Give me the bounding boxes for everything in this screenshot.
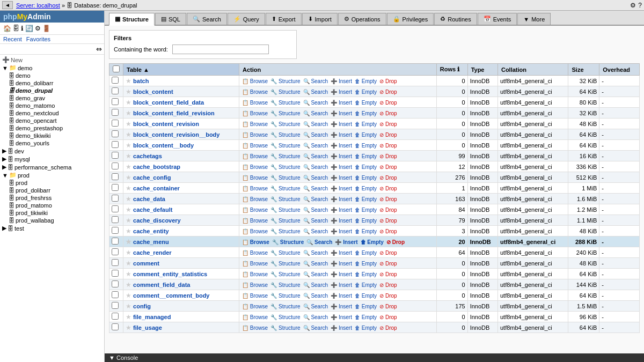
drop-link[interactable]: ⊘ Drop [379, 153, 397, 159]
empty-link[interactable]: 🗑 Empty [355, 153, 377, 159]
row-checkbox[interactable] [112, 184, 119, 191]
database-icon[interactable]: 🗄 [13, 25, 19, 32]
sidebar-item-demo-opencart[interactable]: 🗄 demo_opencart [6, 117, 104, 124]
insert-link[interactable]: ➕ Insert [331, 153, 352, 159]
row-checkbox[interactable] [112, 291, 119, 298]
favorite-icon[interactable]: ★ [126, 120, 131, 128]
db-group-prod[interactable]: ▼ 📁 prod [0, 171, 104, 179]
row-checkbox[interactable] [112, 227, 119, 234]
sidebar-item-demo-prestashop[interactable]: 🗄 demo_prestashop [6, 124, 104, 132]
sidebar-item-demo-drupal[interactable]: 🗄 demo_drupal [6, 87, 104, 94]
empty-link[interactable]: 🗑 Empty [355, 250, 377, 256]
sidebar-item-demo-nextcloud[interactable]: 🗄 demo_nextcloud [6, 109, 104, 117]
info-icon[interactable]: ℹ [21, 25, 24, 32]
structure-link[interactable]: 🔧 Structure [270, 293, 300, 299]
drop-link[interactable]: ⊘ Drop [379, 261, 397, 267]
structure-link[interactable]: 🔧 Structure [270, 282, 300, 288]
insert-link[interactable]: ➕ Insert [331, 186, 352, 191]
empty-link[interactable]: 🗑 Empty [355, 271, 377, 277]
favorite-icon[interactable]: ★ [126, 270, 131, 278]
table-name-link[interactable]: block_content_field_data [133, 99, 204, 106]
structure-link[interactable]: 🔧 Structure [270, 207, 300, 213]
sidebar-item-demo[interactable]: 🗄 demo [6, 72, 104, 79]
empty-link[interactable]: 🗑 Empty [355, 314, 377, 320]
table-name-link[interactable]: config [133, 303, 151, 309]
refresh-icon[interactable]: 🔄 [25, 25, 33, 32]
drop-link[interactable]: ⊘ Drop [379, 110, 397, 116]
search-link[interactable]: 🔍 Search [303, 100, 328, 106]
search-link[interactable]: 🔍 Search [303, 78, 328, 84]
db-group-demo[interactable]: ▼ 📁 demo [0, 64, 104, 72]
insert-link[interactable]: ➕ Insert [331, 293, 352, 299]
favorite-icon[interactable]: ★ [126, 195, 131, 203]
favorite-icon[interactable]: ★ [126, 109, 131, 117]
insert-link[interactable]: ➕ Insert [335, 239, 357, 245]
sidebar-item-demo-grav[interactable]: 🗄 demo_grav [6, 94, 104, 102]
structure-link[interactable]: 🔧 Structure [272, 239, 304, 245]
drop-link[interactable]: ⊘ Drop [379, 186, 397, 191]
search-link[interactable]: 🔍 Search [303, 89, 328, 95]
search-link[interactable]: 🔍 Search [303, 143, 328, 149]
insert-link[interactable]: ➕ Insert [331, 89, 352, 95]
favorite-icon[interactable]: ★ [126, 260, 131, 267]
tab-import[interactable]: ⬇ Import [302, 13, 338, 25]
favorite-icon[interactable]: ★ [126, 227, 131, 235]
table-name-link[interactable]: block_content_field_revision [133, 110, 215, 116]
empty-link[interactable]: 🗑 Empty [355, 121, 377, 127]
row-checkbox[interactable] [112, 323, 119, 330]
drop-link[interactable]: ⊘ Drop [379, 314, 397, 320]
empty-link[interactable]: 🗑 Empty [355, 78, 377, 84]
search-link[interactable]: 🔍 Search [306, 239, 332, 245]
structure-link[interactable]: 🔧 Structure [270, 261, 300, 267]
table-name-link[interactable]: cache_bootstrap [133, 164, 180, 170]
table-name-link[interactable]: cache_entity [133, 228, 169, 234]
favorite-icon[interactable]: ★ [126, 142, 131, 149]
empty-link[interactable]: 🗑 Empty [355, 261, 377, 267]
search-link[interactable]: 🔍 Search [303, 186, 328, 191]
select-all-checkbox[interactable] [113, 65, 120, 72]
browse-link[interactable]: 📋 Browse [242, 121, 268, 127]
structure-link[interactable]: 🔧 Structure [270, 89, 300, 95]
favorite-icon[interactable]: ★ [126, 77, 131, 85]
insert-link[interactable]: ➕ Insert [331, 250, 352, 256]
browse-link[interactable]: 📋 Browse [242, 143, 268, 149]
favorite-icon[interactable]: ★ [126, 249, 131, 256]
empty-link[interactable]: 🗑 Empty [361, 239, 384, 245]
favorite-icon[interactable]: ★ [126, 184, 131, 192]
favorite-icon[interactable]: ★ [126, 292, 131, 299]
row-checkbox[interactable] [112, 173, 119, 180]
row-checkbox[interactable] [112, 248, 119, 255]
empty-link[interactable]: 🗑 Empty [355, 132, 377, 138]
recent-link[interactable]: Recent [3, 36, 22, 42]
sidebar-item-demo-dolibarr[interactable]: 🗄 demo_dolibarr [6, 79, 104, 87]
structure-link[interactable]: 🔧 Structure [270, 250, 300, 256]
search-link[interactable]: 🔍 Search [303, 314, 328, 320]
table-name-link[interactable]: block_content [133, 88, 173, 95]
row-checkbox[interactable] [112, 162, 119, 169]
drop-link[interactable]: ⊘ Drop [379, 175, 397, 181]
search-link[interactable]: 🔍 Search [303, 293, 328, 299]
browse-link[interactable]: 📋 Browse [242, 228, 268, 234]
structure-link[interactable]: 🔧 Structure [270, 196, 300, 202]
sidebar-item-mysql[interactable]: ▶ 🗄 mysql [0, 155, 104, 163]
table-name-link[interactable]: comment_field_data [133, 282, 190, 288]
sidebar-item-prod-wallabag[interactable]: 🗄 prod_wallabag [6, 217, 104, 224]
insert-link[interactable]: ➕ Insert [331, 207, 352, 213]
tab-structure[interactable]: ▦ Structure [109, 13, 155, 26]
drop-link[interactable]: ⊘ Drop [379, 207, 397, 213]
browse-link[interactable]: 📋 Browse [242, 314, 268, 320]
structure-link[interactable]: 🔧 Structure [270, 153, 300, 159]
favorites-link[interactable]: Favorites [26, 36, 50, 42]
drop-link[interactable]: ⊘ Drop [379, 164, 397, 170]
search-link[interactable]: 🔍 Search [303, 196, 328, 202]
table-name-link[interactable]: comment_entity_statistics [133, 271, 207, 277]
table-name-link[interactable]: cache_data [133, 196, 165, 202]
favorite-icon[interactable]: ★ [126, 131, 131, 138]
favorite-icon[interactable]: ★ [126, 238, 131, 246]
table-name-link[interactable]: comment [133, 260, 159, 267]
drop-link[interactable]: ⊘ Drop [379, 78, 397, 84]
row-checkbox[interactable] [112, 195, 119, 202]
drop-link[interactable]: ⊘ Drop [379, 196, 397, 202]
empty-link[interactable]: 🗑 Empty [355, 304, 377, 309]
structure-link[interactable]: 🔧 Structure [270, 110, 300, 116]
